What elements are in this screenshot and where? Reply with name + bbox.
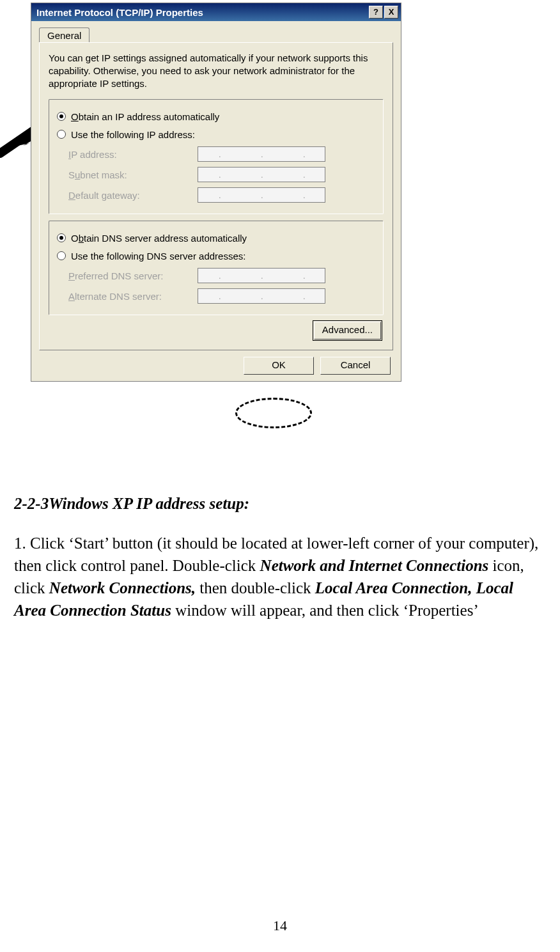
radio-dns-auto-label: Obtain DNS server address automatically — [71, 233, 247, 244]
radio-icon — [57, 251, 66, 260]
tcpip-properties-dialog: Internet Protocol (TCP/IP) Properties ? … — [31, 3, 401, 382]
advanced-button[interactable]: Advanced... — [314, 322, 381, 339]
radio-ip-manual-label: Use the following IP address: — [71, 129, 195, 140]
ip-address-input[interactable]: ... — [198, 146, 325, 162]
subnet-mask-input[interactable]: ... — [198, 167, 325, 182]
dialog-titlebar: Internet Protocol (TCP/IP) Properties ? … — [31, 3, 401, 21]
page-number: 14 — [0, 917, 560, 934]
document-body: 2-2-3Windows XP IP address setup: 1. Cli… — [12, 495, 548, 621]
radio-dns-manual-label: Use the following DNS server addresses: — [71, 251, 245, 261]
radio-icon — [57, 233, 66, 242]
dialog-button-row: OK Cancel — [39, 350, 393, 375]
radio-icon — [57, 112, 66, 121]
subnet-mask-label: Subnet mask: — [57, 169, 198, 180]
preferred-dns-input[interactable]: ... — [198, 268, 325, 283]
radio-icon — [57, 130, 66, 139]
dns-settings-group: Obtain DNS server address automatically … — [49, 221, 384, 315]
ip-address-label: IP address: — [57, 149, 198, 160]
tab-panel-general: You can get IP settings assigned automat… — [39, 42, 393, 350]
radio-ip-auto-label: Obtain an IP address automatically — [71, 111, 219, 122]
tab-general[interactable]: General — [39, 27, 89, 43]
tcpip-dialog-figure: Internet Protocol (TCP/IP) Properties ? … — [31, 3, 401, 444]
preferred-dns-label: Preferred DNS server: — [57, 270, 198, 281]
radio-dns-auto[interactable]: Obtain DNS server address automatically — [57, 230, 375, 246]
radio-ip-auto[interactable]: Obtain an IP address automatically — [57, 109, 375, 124]
help-button[interactable]: ? — [369, 6, 383, 19]
alternate-dns-label: Alternate DNS server: — [57, 291, 198, 302]
ip-settings-group: Obtain an IP address automatically Use t… — [49, 99, 384, 214]
instruction-paragraph: 1. Click ‘Start’ button (it should be lo… — [14, 532, 546, 621]
default-gateway-input[interactable]: ... — [198, 187, 325, 203]
cancel-button[interactable]: Cancel — [320, 357, 391, 375]
ok-button[interactable]: OK — [244, 357, 314, 375]
highlight-ellipse-ok — [235, 398, 312, 428]
tab-strip: General — [39, 26, 393, 43]
section-heading: 2-2-3Windows XP IP address setup: — [14, 495, 546, 513]
dialog-title: Internet Protocol (TCP/IP) Properties — [36, 7, 368, 18]
alternate-dns-input[interactable]: ... — [198, 288, 325, 304]
radio-dns-manual[interactable]: Use the following DNS server addresses: — [57, 248, 375, 263]
radio-ip-manual[interactable]: Use the following IP address: — [57, 127, 375, 142]
close-button[interactable]: X — [384, 6, 398, 19]
default-gateway-label: Default gateway: — [57, 190, 198, 201]
description-text: You can get IP settings assigned automat… — [49, 52, 384, 90]
